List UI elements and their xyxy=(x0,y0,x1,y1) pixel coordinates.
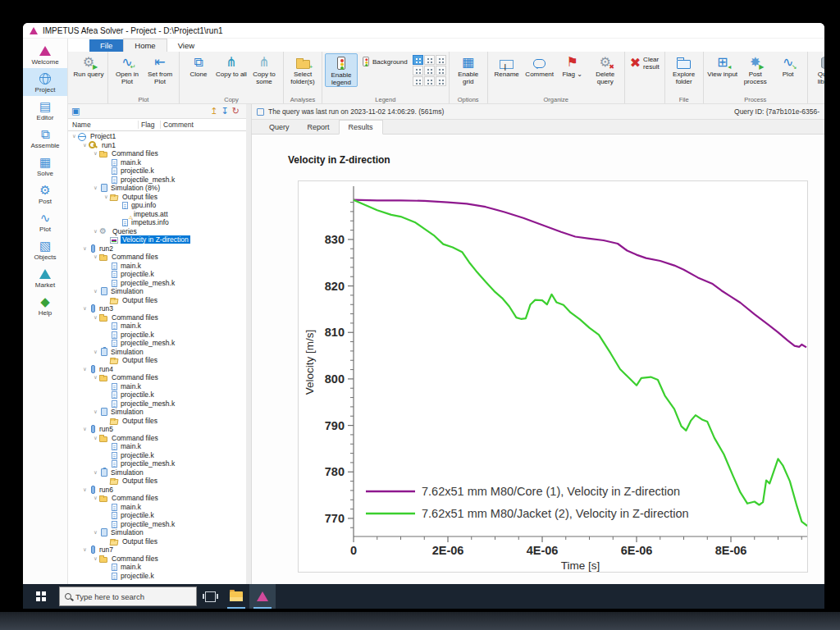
expander-icon[interactable]: ∨ xyxy=(81,305,89,312)
ribbon-button-select-folder-s-[interactable]: +Select folder(s) xyxy=(286,53,319,85)
legend-position-cell[interactable] xyxy=(424,76,435,86)
tree-item-projectile-k[interactable]: projectile.k xyxy=(68,270,246,279)
tree-item-simulation[interactable]: ∨Simulation xyxy=(68,287,246,296)
tree-item-command-files[interactable]: ∨Command files xyxy=(68,434,246,443)
expander-icon[interactable]: ∨ xyxy=(92,409,99,415)
tree-item-projectile-k[interactable]: projectile.k xyxy=(68,572,246,581)
sidebar-item-editor[interactable]: ▤Editor xyxy=(23,96,67,124)
tree-item-run5[interactable]: ∨run5 xyxy=(68,425,246,434)
ribbon-button-clear-result[interactable]: ✖Clear result xyxy=(628,53,662,73)
tree-item-main-k[interactable]: main.k xyxy=(68,442,246,451)
expander-icon[interactable]: ∨ xyxy=(81,142,89,148)
tree-item-gpu-info[interactable]: gpu.info xyxy=(68,201,246,210)
tree-item-output-files[interactable]: Output files xyxy=(68,417,246,426)
tree-item-main-k[interactable]: main.k xyxy=(68,322,246,331)
expander-icon[interactable]: ∨ xyxy=(92,228,99,235)
ribbon-button-set-from-plot[interactable]: ⇤Set from Plot xyxy=(144,53,176,85)
legend-position-cell[interactable] xyxy=(424,55,435,65)
tree-item-main-k[interactable]: main.k xyxy=(68,158,246,167)
legend-position-cell[interactable] xyxy=(436,66,446,75)
tree-column-flag[interactable]: Flag xyxy=(139,121,161,129)
tree-item-output-files[interactable]: Output files xyxy=(68,477,246,486)
ribbon-button-plot[interactable]: ∿↘Plot xyxy=(772,53,805,85)
expander-icon[interactable]: ∨ xyxy=(92,555,99,562)
tree-item-run4[interactable]: ∨run4 xyxy=(68,365,246,374)
tree-item-output-files[interactable]: Output files xyxy=(68,296,246,305)
task-view-button[interactable] xyxy=(197,584,223,609)
tab-results[interactable]: Results xyxy=(339,120,383,135)
sidebar-item-objects[interactable]: ▧Objects xyxy=(23,235,67,263)
tab-report[interactable]: Report xyxy=(299,121,339,134)
tree-item-projectile-k[interactable]: projectile.k xyxy=(68,331,246,340)
tree-item-simulation-8-[interactable]: ∨Simulation (8%) xyxy=(68,184,246,193)
expander-icon[interactable]: ∨ xyxy=(92,253,99,260)
sidebar-item-help[interactable]: ◆Help xyxy=(23,291,67,319)
expander-icon[interactable]: ∨ xyxy=(81,546,89,553)
sidebar-item-project[interactable]: Project xyxy=(23,68,67,96)
ribbon-button-post-process[interactable]: ✸▶Post process xyxy=(739,53,772,85)
legend-position-cell[interactable] xyxy=(413,76,423,86)
tree-item-projectile-k[interactable]: projectile.k xyxy=(68,167,246,176)
refresh-tree-icon[interactable]: ↻ xyxy=(232,106,240,116)
tree-item-simulation[interactable]: ∨Simulation xyxy=(68,348,246,357)
expand-all-icon[interactable]: ↥ xyxy=(210,106,217,116)
new-query-icon[interactable]: ▣ xyxy=(71,106,80,116)
tree-item-projectile-mesh-k[interactable]: projectile_mesh.k xyxy=(68,459,246,468)
tree-item-run2[interactable]: ∨run2 xyxy=(68,244,246,253)
tree-item-command-files[interactable]: ∨Command files xyxy=(68,313,246,322)
ribbon-button-copy-to-some[interactable]: ⋔Copy to some xyxy=(248,53,281,85)
tree-item-command-files[interactable]: ∨Command files xyxy=(68,253,246,262)
tree-item-impetus-info[interactable]: impetus.info xyxy=(68,218,246,227)
tree-item-run1[interactable]: ∨run1 xyxy=(68,141,246,150)
tab-view[interactable]: View xyxy=(167,39,205,52)
ribbon-button-delete-query[interactable]: ⚙✖Delete query xyxy=(589,53,622,85)
legend-position-cell[interactable] xyxy=(436,55,446,65)
expander-icon[interactable]: ∨ xyxy=(92,495,99,501)
sidebar-item-assemble[interactable]: ⧉Assemble xyxy=(23,124,67,152)
expander-icon[interactable]: ∨ xyxy=(92,349,99,355)
tree-item-projectile-mesh-k[interactable]: projectile_mesh.k xyxy=(68,279,246,288)
expander-icon[interactable]: ∨ xyxy=(103,194,110,200)
expander-icon[interactable]: ∨ xyxy=(92,288,99,294)
impetus-taskbar-button[interactable] xyxy=(249,584,276,609)
tree-item-projectile-mesh-k[interactable]: projectile_mesh.k xyxy=(68,520,246,529)
expander-icon[interactable]: ∨ xyxy=(81,486,89,493)
tree-item-main-k[interactable]: main.k xyxy=(68,262,246,271)
tree-item-main-k[interactable]: main.k xyxy=(68,382,246,391)
tree-item-impetus-att[interactable]: impetus.att xyxy=(68,210,246,219)
expander-icon[interactable]: ∨ xyxy=(81,426,89,432)
sidebar-item-market[interactable]: Market xyxy=(23,263,67,291)
legend-position-cell[interactable] xyxy=(413,66,423,75)
ribbon-button-explore-folder[interactable]: Explore folder xyxy=(668,53,701,85)
tab-file[interactable]: File xyxy=(89,39,123,52)
tree-item-command-files[interactable]: ∨Command files xyxy=(68,555,246,564)
ribbon-button-flag[interactable]: ⚑Flag ⌄ xyxy=(556,53,589,85)
expander-icon[interactable]: ∨ xyxy=(92,374,99,381)
ribbon-button-clone[interactable]: ⧉Clone xyxy=(182,53,215,85)
tree-column-name[interactable]: Name xyxy=(68,121,139,129)
expander-icon[interactable]: ∨ xyxy=(92,435,99,441)
tree-item-queries[interactable]: ∨Queries xyxy=(68,227,246,236)
tree-item-main-k[interactable]: main.k xyxy=(68,563,246,572)
legend-position-cell[interactable] xyxy=(424,66,435,75)
ribbon-button-run-query[interactable]: ⚙▶Run query xyxy=(72,53,105,85)
ribbon-button-copy-to-all[interactable]: ⋔Copy to all xyxy=(215,53,248,85)
tree-column-comment[interactable]: Comment xyxy=(161,121,246,129)
tree-item-run6[interactable]: ∨run6 xyxy=(68,486,246,495)
tab-home[interactable]: Home xyxy=(123,39,167,52)
expander-icon[interactable]: ∨ xyxy=(81,366,89,372)
file-explorer-button[interactable] xyxy=(223,584,249,609)
tree-item-output-files[interactable]: ∨Output files xyxy=(68,193,246,202)
start-button[interactable] xyxy=(23,584,59,609)
tree-item-run7[interactable]: ∨run7 xyxy=(68,546,246,555)
tree-item-command-files[interactable]: ∨Command files xyxy=(68,149,246,158)
tree-item-projectile-k[interactable]: projectile.k xyxy=(68,451,246,460)
tree-item-command-files[interactable]: ∨Command files xyxy=(68,494,246,503)
ribbon-button-view-input[interactable]: ⊞◂View input xyxy=(706,53,739,85)
enable-legend-button[interactable]: Enable legend xyxy=(325,53,358,87)
sidebar-item-solve[interactable]: ▦Solve xyxy=(23,152,67,180)
tree-item-projectile-k[interactable]: projectile.k xyxy=(68,390,246,399)
taskbar-search-input[interactable]: Type here to search xyxy=(59,587,197,606)
tree-item-main-k[interactable]: main.k xyxy=(68,503,246,512)
tree-item-velocity-in-z-direction[interactable]: Velocity in Z-direction xyxy=(68,235,246,244)
